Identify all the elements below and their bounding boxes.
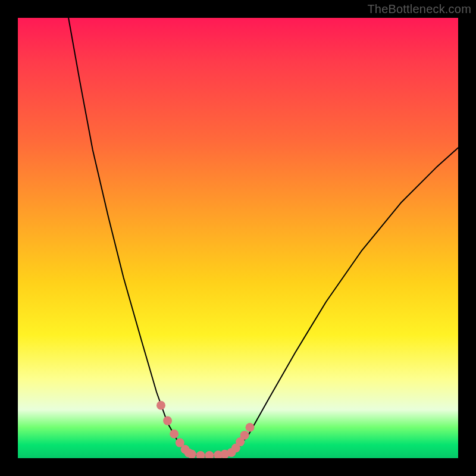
plot-area: [18, 18, 458, 458]
marker-dot: [245, 423, 254, 432]
marker-dot: [196, 451, 205, 458]
marker-dot: [170, 430, 178, 439]
series-group: [68, 18, 458, 456]
marker-dot: [156, 401, 165, 410]
curve-layer: [18, 18, 458, 458]
watermark-text: TheBottleneck.com: [367, 2, 471, 16]
chart-frame: TheBottleneck.com: [0, 0, 476, 476]
bottleneck-curve: [68, 18, 458, 456]
marker-dot: [205, 451, 214, 458]
marker-dot: [240, 431, 249, 440]
marker-dot: [163, 416, 172, 425]
